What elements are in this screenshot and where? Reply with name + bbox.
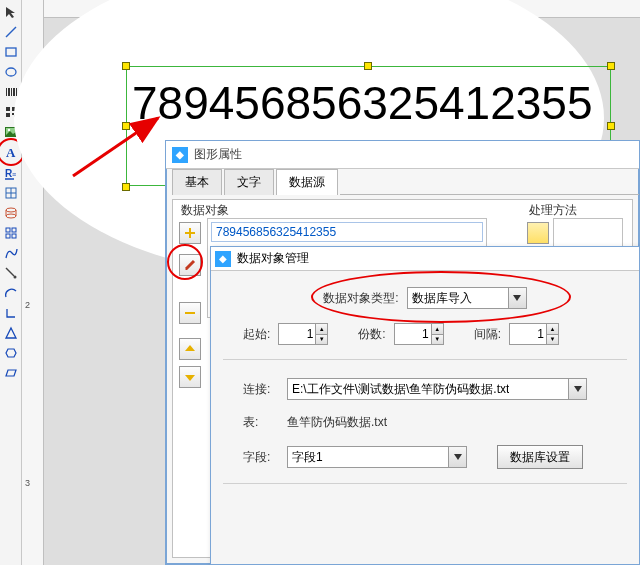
data-object-entry[interactable]: 789456856325412355 xyxy=(211,222,483,242)
svg-rect-33 xyxy=(185,312,195,314)
data-object-dialog: ◆ 数据对象管理 数据对象类型: 数据库导入 起始: 1 ▲▼ 份数: 1 ▲ xyxy=(210,246,640,565)
svg-rect-6 xyxy=(13,88,15,96)
handle-nw[interactable] xyxy=(122,62,130,70)
dialog-title-text: 数据对象管理 xyxy=(237,250,309,267)
text-object[interactable]: 789456856325412355 xyxy=(132,76,593,130)
chevron-down-icon xyxy=(508,288,526,308)
data-object-dialog-title[interactable]: ◆ 数据对象管理 xyxy=(211,247,639,271)
label-data-objects: 数据对象 xyxy=(181,202,229,219)
arrow-tool[interactable] xyxy=(2,3,20,21)
edit-button[interactable] xyxy=(179,254,201,276)
svg-text:A: A xyxy=(6,145,16,159)
move-up-button[interactable] xyxy=(179,338,201,360)
pen-tool[interactable] xyxy=(2,264,20,282)
app-icon: ◆ xyxy=(215,251,231,267)
svg-text:≡: ≡ xyxy=(12,171,16,178)
svg-point-2 xyxy=(6,68,16,76)
handle-n[interactable] xyxy=(364,62,372,70)
connection-value: E:\工作文件\测试数据\鱼竿防伪码数据.txt xyxy=(292,381,509,398)
curve-tool[interactable] xyxy=(2,244,20,262)
grid-tool[interactable] xyxy=(2,224,20,242)
svg-rect-1 xyxy=(6,48,16,56)
svg-rect-10 xyxy=(6,113,10,117)
label-interval: 间隔: xyxy=(474,326,501,343)
rect-tool[interactable] xyxy=(2,43,20,61)
svg-point-24 xyxy=(6,214,16,218)
svg-point-29 xyxy=(13,276,16,279)
label-process-method: 处理方法 xyxy=(529,202,577,219)
text-tool[interactable]: A xyxy=(2,143,20,161)
copies-spinner[interactable]: 1 ▲▼ xyxy=(394,323,444,345)
svg-point-23 xyxy=(6,208,16,212)
chevron-down-icon xyxy=(568,379,586,399)
svg-rect-26 xyxy=(12,228,16,232)
tool-palette: A R≡ xyxy=(0,0,22,565)
tab-basic[interactable]: 基本 xyxy=(172,169,222,195)
field-combo[interactable]: 字段1 xyxy=(287,446,467,468)
object-type-combo[interactable]: 数据库导入 xyxy=(407,287,527,309)
ellipse-tool[interactable] xyxy=(2,63,20,81)
move-down-button[interactable] xyxy=(179,366,201,388)
label-field: 字段: xyxy=(243,449,279,466)
handle-w[interactable] xyxy=(122,122,130,130)
field-value: 字段1 xyxy=(292,449,323,466)
svg-point-14 xyxy=(7,129,9,131)
remove-button[interactable] xyxy=(179,302,201,324)
tab-text[interactable]: 文字 xyxy=(224,169,274,195)
object-type-value: 数据库导入 xyxy=(412,290,472,307)
interval-spinner[interactable]: 1 ▲▼ xyxy=(509,323,559,345)
db-tool[interactable] xyxy=(2,204,20,222)
svg-rect-5 xyxy=(11,88,12,96)
spinner-buttons[interactable]: ▲▼ xyxy=(431,324,443,344)
handle-sw[interactable] xyxy=(122,183,130,191)
start-spinner[interactable]: 1 ▲▼ xyxy=(278,323,328,345)
spinner-buttons[interactable]: ▲▼ xyxy=(546,324,558,344)
svg-rect-25 xyxy=(6,228,10,232)
svg-rect-27 xyxy=(6,234,10,238)
table-value: 鱼竿防伪码数据.txt xyxy=(287,414,387,431)
db-settings-button[interactable]: 数据库设置 xyxy=(497,445,583,469)
label-start: 起始: xyxy=(243,326,270,343)
properties-title-text: 图形属性 xyxy=(194,146,242,163)
svg-rect-8 xyxy=(6,107,10,111)
richtext-tool[interactable]: R≡ xyxy=(2,164,20,182)
arc-tool[interactable] xyxy=(2,284,20,302)
corner-tool[interactable] xyxy=(2,304,20,322)
label-table: 表: xyxy=(243,414,279,431)
spinner-buttons[interactable]: ▲▼ xyxy=(315,324,327,344)
svg-line-0 xyxy=(6,27,16,37)
tab-datasource[interactable]: 数据源 xyxy=(276,169,338,195)
label-connection: 连接: xyxy=(243,381,279,398)
app-icon: ◆ xyxy=(172,147,188,163)
label-copies: 份数: xyxy=(358,326,385,343)
line-tool[interactable] xyxy=(2,23,20,41)
properties-titlebar[interactable]: ◆ 图形属性 xyxy=(166,141,639,169)
add-button[interactable] xyxy=(179,222,201,244)
svg-rect-28 xyxy=(12,234,16,238)
connection-combo[interactable]: E:\工作文件\测试数据\鱼竿防伪码数据.txt xyxy=(287,378,587,400)
triangle-tool[interactable] xyxy=(2,324,20,342)
svg-rect-3 xyxy=(6,88,7,96)
label-object-type: 数据对象类型: xyxy=(323,290,398,307)
svg-rect-32 xyxy=(185,232,195,234)
process-add-button[interactable] xyxy=(527,222,549,244)
properties-tabs: 基本 文字 数据源 xyxy=(166,169,639,195)
parallelogram-tool[interactable] xyxy=(2,364,20,382)
handle-ne[interactable] xyxy=(607,62,615,70)
handle-e[interactable] xyxy=(607,122,615,130)
chevron-down-icon xyxy=(448,447,466,467)
hexagon-tool[interactable] xyxy=(2,344,20,362)
svg-rect-4 xyxy=(8,88,10,96)
table-tool[interactable] xyxy=(2,184,20,202)
